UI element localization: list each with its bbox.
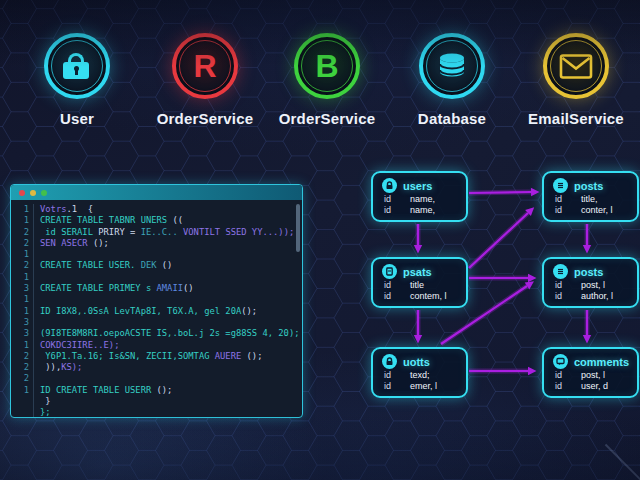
service-label: User [12,110,142,127]
table-row: idpost, l [544,370,637,381]
code-line: 2 id SERAIL PRIRY = IE..C.. VONTILT SSED… [13,227,300,238]
code-text: CREATE TABLE TABNR UNERS (( [34,215,183,226]
code-editor-body: 1Votrs.1 {1CREATE TABLE TABNR UNERS ((2 … [11,200,302,418]
code-text: Votrs.1 { [34,204,93,215]
code-line: 3(9I8TE8M8RI.oepoACSTE IS,.boL.j 2s =g88… [13,328,300,339]
column-value: title, [581,194,598,205]
column-value: name, [410,194,435,205]
scrollbar[interactable] [296,204,300,252]
code-line: 1 [13,249,300,260]
chat-icon [553,354,568,369]
code-line: 2CREATE TABLE USER. DEK () [13,260,300,271]
column-key: id [384,291,410,302]
line-number: 1 [13,215,34,226]
column-key: id [384,370,410,381]
line-number: 2 [13,260,34,271]
lock-icon [382,178,397,193]
table-row: idtexd; [373,370,466,381]
column-key: id [555,370,581,381]
table-row: idemer, l [373,381,466,392]
code-editor-window: 1Votrs.1 {1CREATE TABLE TABNR UNERS ((2 … [10,184,303,418]
inner-ring [301,40,353,92]
service-circle [543,33,609,99]
lock-icon [63,53,91,79]
table-row: idconter, l [544,205,637,216]
line-number: 2 [13,373,34,384]
column-value: user, d [581,381,608,392]
table-row: idpost, l [544,280,637,291]
column-value: post, l [581,370,605,381]
line-number: 3 [13,328,34,339]
line-number: 1 [13,294,34,305]
service-circle [419,33,485,99]
column-value: contem, l [410,291,447,302]
line-number: 2 [13,238,34,249]
table-header: psats [373,259,466,280]
service-label: OrderService [262,110,392,127]
code-line: } [13,396,300,407]
code-text: id SERAIL PRIRY = IE..C.. VONTILT SSED Y… [34,227,294,238]
column-value: texd; [410,370,430,381]
table-title: comments [574,356,629,368]
table-box-psats: psatsidtitleidcontem, l [371,257,468,308]
service-node-emailservice: EmailService [511,33,640,127]
code-line: 3 [13,317,300,328]
minimize-button[interactable] [30,190,36,196]
table-row: idtitle, [544,194,637,205]
table-title: users [403,180,432,192]
table-row: idname, [373,194,466,205]
code-line: 1 [13,294,300,305]
line-number [13,396,34,407]
column-value: conter, l [581,205,613,216]
code-line: 1ID CREATE TABLE USERR (); [13,385,300,396]
table-box-posts_top: postsidtitle,idconter, l [542,171,639,222]
line-number: 2 [13,351,34,362]
code-text: } [34,396,51,407]
column-key: id [555,291,581,302]
code-text: ID I8X8,.0SsA LevTAp8I, T6X.A, gel 20A()… [34,306,257,317]
inner-ring [179,40,231,92]
line-number: 1 [13,272,34,283]
illustration-canvas: UserROrderServiceBOrderServiceDatabaseEm… [0,0,640,480]
maximize-button[interactable] [41,190,47,196]
table-box-users: usersidname,idname, [371,171,468,222]
code-text: )),KS); [34,362,82,373]
line-number: 1 [13,204,34,215]
code-line: 1COKDC3IIRE..E); [13,340,300,351]
column-key: id [384,280,410,291]
inner-ring [426,40,478,92]
service-circle: B [294,33,360,99]
code-line: 1CREATE TABLE TABNR UNERS (( [13,215,300,226]
line-number: 1 [13,340,34,351]
code-text [34,249,40,260]
column-key: id [555,205,581,216]
table-header: posts [544,173,637,194]
table-title: psats [403,266,432,278]
code-line: 1 [13,272,300,283]
code-text: CREATE TABLE USER. DEK () [34,260,172,271]
column-value: author, l [581,291,613,302]
close-button[interactable] [19,190,25,196]
code-text: COKDC3IIRE..E); [34,340,119,351]
table-row: idcontem, l [373,291,466,302]
service-label: OrderService [140,110,270,127]
column-value: emer, l [410,381,437,392]
table-header: posts [544,259,637,280]
inner-ring [550,40,602,92]
list-icon [553,264,568,279]
service-node-orderservice: ROrderService [140,33,270,127]
table-row: idtitle [373,280,466,291]
column-key: id [384,194,410,205]
service-circle: R [172,33,238,99]
code-text [34,373,40,384]
lock-icon [382,354,397,369]
column-value: name, [410,205,435,216]
table-header: uotts [373,349,466,370]
column-key: id [555,280,581,291]
service-label: EmailService [511,110,640,127]
code-line: 1Votrs.1 { [13,204,300,215]
table-box-uots: uottsidtexd;idemer, l [371,347,468,398]
line-number: 1 [13,249,34,260]
code-text [34,294,40,305]
service-label: Database [387,110,517,127]
